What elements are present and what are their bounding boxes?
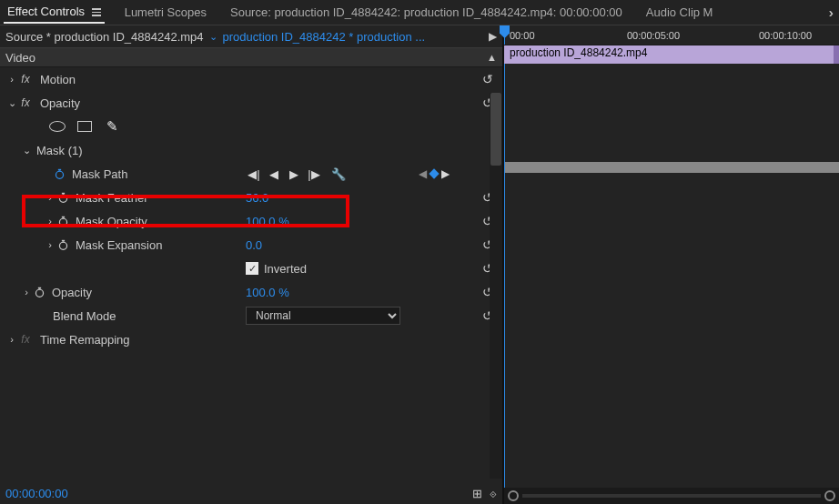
property-label: Blend Mode — [53, 309, 116, 323]
ruler-mark: 00:00 — [510, 30, 535, 41]
property-row-mask-path: Mask Path ◀| ◀ ▶ |▶ 🔧 ◀ ▶ — [0, 162, 502, 186]
effect-row-opacity[interactable]: fx Opacity ↺ — [0, 91, 502, 115]
play-button[interactable]: ▶ — [286, 167, 302, 180]
property-label: Mask Opacity — [76, 215, 147, 228]
twisty-icon[interactable] — [20, 287, 33, 297]
property-label: Opacity — [52, 286, 92, 299]
blend-mode-dropdown[interactable]: Normal — [246, 307, 400, 325]
horizontal-zoom-bar[interactable] — [504, 488, 839, 504]
svg-point-3 — [59, 195, 66, 202]
time-ruler[interactable]: 00:00 00:00:05:00 00:00:10:00 — [504, 25, 839, 45]
twisty-icon[interactable] — [20, 145, 33, 156]
collapse-up-icon[interactable]: ▲ — [487, 52, 497, 63]
settings-icon[interactable]: ⟐ — [490, 487, 497, 500]
effect-row-motion[interactable]: fx Motion ↺ — [0, 67, 502, 91]
bottom-status-bar: 00:00:00:00 ⊞ ⟐ — [0, 482, 502, 504]
chevron-down-icon[interactable]: ⌄ — [209, 31, 217, 43]
zoom-handle-right[interactable] — [824, 490, 835, 501]
sequence-label[interactable]: production ID_4884242 * production ... — [223, 30, 426, 44]
zoom-track[interactable] — [522, 494, 821, 498]
tab-effect-controls[interactable]: Effect Controls — [4, 1, 105, 24]
scrollbar-thumb[interactable] — [490, 93, 501, 166]
main-area: Source * production ID_4884242.mp4 ⌄ pro… — [0, 25, 839, 504]
overflow-tabs-icon[interactable]: ›› — [829, 5, 835, 20]
property-row-opacity: Opacity 100.0 % ↺ — [0, 280, 502, 304]
next-keyframe-button[interactable]: |▶ — [306, 167, 322, 180]
vertical-scrollbar[interactable] — [490, 93, 502, 479]
timecode-display[interactable]: 00:00:00:00 — [5, 487, 68, 500]
tab-lumetri-scopes[interactable]: Lumetri Scopes — [121, 2, 210, 23]
next-kf-icon[interactable]: ▶ — [441, 167, 450, 180]
fx-badge-icon[interactable]: fx — [18, 96, 33, 109]
section-title: Video — [5, 51, 35, 65]
zoom-handle-left[interactable] — [508, 490, 519, 501]
wrench-icon[interactable]: 🔧 — [331, 167, 346, 181]
svg-point-0 — [56, 171, 63, 178]
tab-audio-clip[interactable]: Audio Clip M — [642, 2, 717, 23]
reset-icon[interactable]: ↺ — [482, 72, 493, 86]
stopwatch-icon[interactable] — [56, 191, 70, 205]
prev-keyframe-button[interactable]: ◀| — [246, 167, 262, 180]
pen-mask-button[interactable]: ✎ — [102, 118, 122, 135]
twisty-icon[interactable] — [44, 216, 56, 227]
property-row-blend-mode: Blend Mode Normal ↺ — [0, 304, 502, 328]
keyframe-nav: ◀ ▶ — [419, 167, 450, 180]
source-label: Source * production ID_4884242.mp4 — [5, 30, 204, 44]
svg-rect-4 — [62, 192, 65, 194]
property-value[interactable]: 0.0 — [246, 238, 262, 252]
property-value[interactable]: 100.0 % — [246, 215, 289, 228]
property-row-mask-feather: Mask Feather 56.0 ↺ — [0, 186, 502, 209]
inverted-checkbox[interactable]: ✓ — [246, 262, 258, 275]
stopwatch-icon[interactable] — [53, 167, 66, 181]
play-icon[interactable]: ▶ — [489, 30, 497, 43]
fx-badge-icon[interactable]: fx — [18, 333, 33, 346]
mask-shape-row: ✎ — [0, 115, 502, 138]
svg-rect-13 — [38, 287, 41, 288]
rectangle-mask-button[interactable] — [75, 118, 95, 135]
twisty-icon[interactable] — [5, 97, 18, 109]
tab-label: Effect Controls — [7, 5, 85, 18]
keyframe-track[interactable] — [504, 162, 839, 173]
stopwatch-icon[interactable] — [56, 238, 70, 252]
svg-point-9 — [59, 242, 66, 249]
mask-path-transport: ◀| ◀ ▶ |▶ 🔧 — [246, 167, 346, 181]
fx-badge-icon[interactable]: fx — [18, 73, 33, 86]
property-list: fx Motion ↺ fx Opacity ↺ ✎ Mask (1) — [0, 67, 502, 504]
svg-point-6 — [59, 218, 66, 226]
ellipse-mask-button[interactable] — [47, 118, 67, 135]
source-sequence-bar: Source * production ID_4884242.mp4 ⌄ pro… — [0, 25, 502, 47]
effect-controls-panel: Source * production ID_4884242.mp4 ⌄ pro… — [0, 25, 502, 504]
clip-bar[interactable]: production ID_4884242.mp4 — [504, 45, 839, 64]
effect-label: Motion — [40, 73, 76, 86]
svg-rect-7 — [62, 216, 65, 217]
playhead[interactable] — [504, 25, 505, 45]
property-row-mask-opacity: Mask Opacity 100.0 % ↺ — [0, 209, 502, 233]
property-label: Mask Expansion — [76, 238, 162, 252]
ruler-mark: 00:00:10:00 — [759, 30, 812, 41]
keyframe-diamond-icon[interactable] — [429, 168, 439, 178]
effect-label: Opacity — [40, 96, 80, 110]
twisty-icon[interactable] — [5, 334, 18, 345]
svg-point-12 — [35, 289, 43, 297]
tab-source-clip[interactable]: Source: production ID_4884242: productio… — [227, 2, 626, 23]
panel-menu-icon[interactable] — [92, 8, 101, 16]
property-label: Mask Path — [72, 167, 127, 181]
property-value[interactable]: 56.0 — [246, 191, 268, 205]
timeline-body[interactable] — [504, 64, 839, 488]
twisty-icon[interactable] — [44, 239, 56, 250]
property-row-inverted: ✓ Inverted ↺ — [0, 257, 502, 280]
twisty-icon[interactable] — [5, 74, 18, 85]
effect-row-time-remapping[interactable]: fx Time Remapping — [0, 328, 502, 351]
twisty-icon[interactable] — [44, 192, 56, 203]
mask-label: Mask (1) — [36, 144, 83, 157]
zoom-fit-icon[interactable]: ⊞ — [472, 487, 482, 500]
stopwatch-icon[interactable] — [33, 286, 46, 299]
step-back-button[interactable]: ◀ — [266, 167, 282, 180]
stopwatch-icon[interactable] — [56, 215, 70, 228]
mask-group-row[interactable]: Mask (1) — [0, 138, 502, 162]
video-section-header[interactable]: Video ▲ — [0, 47, 502, 67]
playhead-line — [504, 64, 505, 488]
property-value[interactable]: 100.0 % — [246, 286, 289, 299]
prev-kf-icon[interactable]: ◀ — [419, 167, 427, 180]
property-row-mask-expansion: Mask Expansion 0.0 ↺ — [0, 233, 502, 257]
